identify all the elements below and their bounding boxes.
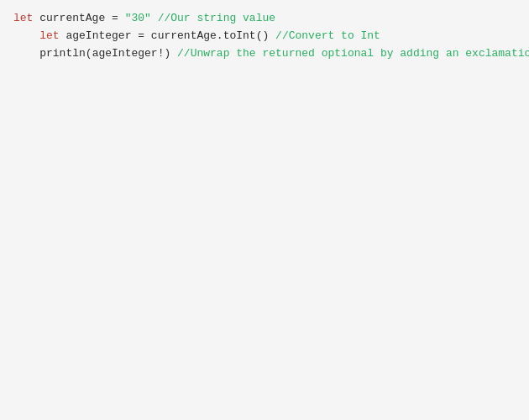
code-text-3: println(ageInteger!) bbox=[39, 45, 177, 63]
code-text-1: currentAge = bbox=[33, 10, 124, 28]
string-value-1: "30" bbox=[125, 10, 151, 28]
code-line-2: let ageInteger = currentAge.toInt() //Co… bbox=[13, 28, 516, 45]
comment-1: //Our string value bbox=[151, 10, 275, 28]
code-line-3: println(ageInteger!) //Unwrap the return… bbox=[13, 45, 516, 63]
indent-2 bbox=[13, 28, 39, 45]
code-editor: let currentAge = "30" //Our string value… bbox=[0, 0, 529, 420]
code-text-2: ageInteger = currentAge.toInt() bbox=[60, 28, 275, 45]
code-line-1: let currentAge = "30" //Our string value bbox=[13, 10, 516, 28]
keyword-let-2: let bbox=[39, 28, 59, 45]
indent-3 bbox=[13, 45, 39, 63]
comment-3: //Unwrap the returned optional by adding… bbox=[177, 45, 529, 63]
keyword-let-1: let bbox=[13, 10, 33, 28]
comment-2: //Convert to Int bbox=[275, 28, 380, 45]
